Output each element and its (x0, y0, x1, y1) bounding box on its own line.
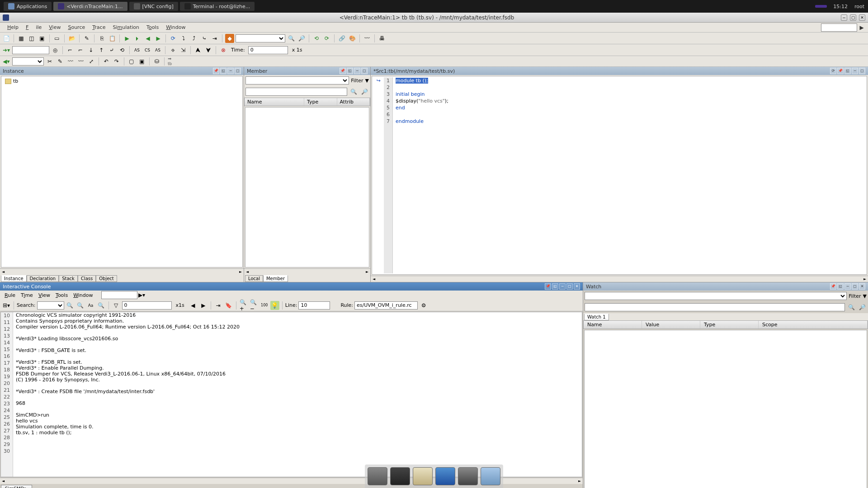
tab-object[interactable]: Object (96, 275, 117, 282)
source-scroll[interactable] (371, 276, 868, 282)
menu-simulation[interactable]: Simulation (109, 23, 143, 31)
link-icon[interactable]: 🔗 (337, 34, 346, 43)
rule-input[interactable] (354, 301, 418, 310)
console-output[interactable]: 1011121314151617181920212223242526272829… (0, 312, 582, 477)
wcol-value[interactable]: Value (642, 321, 700, 328)
applications-menu[interactable]: Applications (4, 2, 52, 11)
panel-max-icon[interactable]: ▢ (566, 283, 573, 290)
member-findall-icon[interactable]: 🔎 (360, 87, 369, 96)
col-attrib[interactable]: Attrib (337, 98, 370, 106)
detach-icon[interactable]: ◱ (347, 68, 353, 74)
sync-src-icon[interactable]: ⟳ (830, 68, 836, 74)
tray-icon[interactable] (815, 5, 827, 8)
tab-local[interactable]: Local (245, 275, 263, 282)
pin-icon[interactable]: 📌 (830, 283, 836, 290)
step-out-icon[interactable]: ⤷ (200, 34, 209, 43)
task-terminal[interactable]: Terminal - root@lizhe... (180, 2, 255, 11)
find-all-icon[interactable]: 🔎 (297, 34, 306, 43)
wave-icon[interactable]: 〰 (363, 34, 372, 43)
menu-tools[interactable]: Tools (143, 23, 162, 31)
dock-terminal-icon[interactable] (390, 467, 410, 485)
wcol-scope[interactable]: Scope (759, 321, 868, 328)
grid-icon[interactable]: ⊞▾ (2, 301, 11, 310)
watch-search-input[interactable] (585, 303, 845, 311)
panel-min-icon[interactable]: − (844, 283, 851, 290)
back-icon[interactable]: ◀ (143, 34, 152, 43)
panel-min-icon[interactable]: − (852, 68, 858, 74)
refresh-icon[interactable]: ⟳ (169, 34, 178, 43)
detach-icon[interactable]: ◱ (844, 68, 851, 74)
cmenu-tools[interactable]: Tools (53, 292, 71, 299)
pin-icon[interactable]: 📌 (340, 68, 346, 74)
panel-max-icon[interactable]: ▢ (361, 68, 368, 74)
block2-icon[interactable]: ▣ (137, 57, 146, 66)
tab-instance[interactable]: Instance (1, 275, 27, 282)
tab-member[interactable]: Member (263, 275, 288, 282)
search-combo[interactable] (37, 301, 64, 310)
select-icon[interactable]: ▭ (52, 34, 61, 43)
dock-folder-icon[interactable] (481, 467, 500, 485)
continue-icon[interactable]: ⇥ (210, 34, 219, 43)
wcol-name[interactable]: Name (584, 321, 642, 328)
watch-body[interactable] (584, 330, 867, 488)
menu-window[interactable]: Window (162, 23, 189, 31)
search-case-icon[interactable]: Aa (86, 301, 95, 310)
tab-watch1[interactable]: Watch 1 (584, 314, 609, 320)
db-icon[interactable]: ⛁ (152, 57, 161, 66)
sync-icon[interactable]: ⟲ (312, 34, 321, 43)
edit-icon[interactable]: ✎ (82, 34, 91, 43)
col-type[interactable]: Type (304, 98, 337, 106)
search-word-icon[interactable]: 🔍 (97, 301, 106, 310)
trace4-icon[interactable]: ↑ (97, 46, 106, 55)
member-body[interactable] (245, 107, 369, 267)
dock-desktop-icon[interactable] (368, 467, 387, 485)
expand-icon[interactable]: ⇲ (179, 46, 188, 55)
window-titlebar[interactable]: <Verdi:nTraceMain:1> tb tb (tb.sv) - /mn… (0, 13, 868, 23)
trace3-icon[interactable]: ↓ (86, 46, 95, 55)
wcol-type[interactable]: Type (700, 321, 759, 328)
member-search-input[interactable] (245, 88, 347, 96)
detach-icon[interactable]: ◱ (552, 283, 558, 290)
undo-icon[interactable]: ↶ (102, 57, 111, 66)
pin-icon[interactable]: 📌 (545, 283, 551, 290)
panel-max-icon[interactable]: ▢ (852, 283, 858, 290)
step-input[interactable] (122, 301, 172, 310)
cmenu-time[interactable]: Time (18, 292, 36, 299)
expand2-icon[interactable]: ⤢ (87, 57, 96, 66)
maximize-button[interactable]: ▢ (850, 14, 856, 21)
as-icon[interactable]: AS (132, 46, 142, 55)
sig-up-icon[interactable]: ⮝ (193, 46, 203, 55)
close-button[interactable]: ✕ (859, 14, 865, 21)
filter-funnel-icon[interactable]: ▽ (112, 301, 121, 310)
as2-icon[interactable]: AS (153, 46, 162, 55)
instance-scroll[interactable] (0, 268, 244, 275)
member-find-icon[interactable]: 🔍 (349, 87, 358, 96)
step-back-icon[interactable]: ◀ (189, 301, 198, 310)
rule-settings-icon[interactable]: ⚙ (419, 301, 428, 310)
panel-close-icon[interactable]: ✕ (859, 283, 865, 290)
line-input[interactable] (298, 301, 330, 310)
search-box-top[interactable] (821, 23, 857, 32)
console-search-top[interactable] (101, 291, 137, 299)
print-icon[interactable]: 🖶 (377, 34, 387, 43)
detach-icon[interactable]: ◱ (837, 283, 844, 290)
tab-declaration[interactable]: Declaration (27, 275, 59, 282)
trace6-icon[interactable]: ⟲ (118, 46, 127, 55)
play-all-icon[interactable]: ⏵ (133, 34, 142, 43)
step-over-icon[interactable]: ⤴ (189, 34, 198, 43)
step-fwd-icon[interactable]: ▶ (199, 301, 208, 310)
source-header[interactable]: *Src1:tb(/mnt/mydata/test/tb.sv) ⟳ 📌 ◱ −… (371, 67, 868, 75)
window-split-icon[interactable]: ◫ (27, 34, 36, 43)
play-icon[interactable]: ▶ (123, 34, 132, 43)
search-find-icon[interactable]: 🔍 (66, 301, 75, 310)
cmenu-rule[interactable]: Rule (2, 292, 18, 299)
goto-icon[interactable]: ➜▾ (2, 46, 11, 55)
search-next-icon[interactable]: ▶ (857, 23, 866, 32)
cmenu-view[interactable]: View (36, 292, 53, 299)
search-prev-icon[interactable]: 🔍 (76, 301, 85, 310)
reload-icon[interactable]: ⟳ (322, 34, 331, 43)
block1-icon[interactable]: ▢ (127, 57, 136, 66)
menu-view[interactable]: View (45, 23, 64, 31)
task-verdi[interactable]: <Verdi:nTraceMain:1... (53, 2, 127, 11)
goto-input[interactable] (12, 46, 49, 54)
